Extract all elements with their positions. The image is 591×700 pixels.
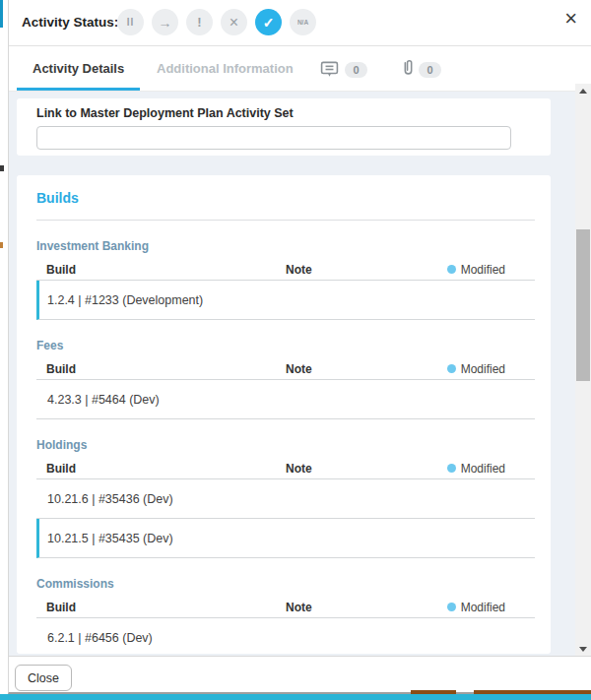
column-modified: Modified	[447, 462, 535, 476]
comment-icon[interactable]	[320, 60, 339, 79]
modal-header: Activity Status: II → ! × ✓ N/A ×	[9, 0, 591, 46]
status-complete-button[interactable]: ✓	[255, 9, 282, 35]
tab-activity-details[interactable]: Activity Details	[17, 46, 140, 91]
modified-label: Modified	[461, 263, 505, 277]
column-modified: Modified	[447, 601, 535, 614]
link-input[interactable]	[36, 126, 511, 150]
build-section: HoldingsBuildNoteModified10.21.6 | #3543…	[36, 438, 535, 558]
close-icon[interactable]: ×	[564, 8, 577, 30]
build-row[interactable]: 10.21.5 | #35435 (Dev)	[36, 519, 535, 558]
scroll-up-arrow-icon[interactable]	[575, 84, 591, 97]
build-sections: Investment BankingBuildNoteModified1.2.4…	[36, 239, 535, 654]
column-header-row: BuildNoteModified	[36, 597, 535, 618]
modified-label: Modified	[461, 462, 505, 476]
modified-label: Modified	[461, 362, 505, 376]
build-section-name: Fees	[36, 339, 535, 352]
close-button[interactable]: Close	[15, 665, 72, 691]
column-note: Note	[286, 462, 447, 476]
modified-dot-icon	[447, 265, 456, 274]
attachment-count-badge: 0	[419, 62, 441, 78]
scrollbar-thumb[interactable]	[576, 229, 590, 381]
status-cancel-button[interactable]: ×	[221, 9, 247, 35]
vertical-scrollbar[interactable]	[575, 84, 591, 656]
build-section-name: Investment Banking	[36, 239, 535, 253]
build-row-text: 6.2.1 | #6456 (Dev)	[47, 631, 153, 645]
build-row-text: 1.2.4 | #1233 (Development)	[47, 293, 203, 307]
background-page-bottom-bar	[0, 694, 591, 700]
column-modified: Modified	[447, 263, 535, 277]
modal-title: Activity Status:	[22, 15, 118, 30]
column-header-row: BuildNoteModified	[36, 458, 535, 479]
build-row-text: 4.23.3 | #5464 (Dev)	[47, 393, 160, 407]
background-artifact	[0, 242, 3, 248]
status-pause-button[interactable]: II	[117, 9, 144, 35]
builds-card: Builds Investment BankingBuildNoteModifi…	[17, 175, 551, 654]
build-section: FeesBuildNoteModified4.23.3 | #5464 (Dev…	[36, 339, 535, 419]
status-exclamation-button[interactable]: !	[186, 9, 213, 35]
column-build: Build	[36, 362, 286, 376]
comment-count-badge: 0	[345, 62, 367, 78]
modified-dot-icon	[447, 364, 456, 373]
modified-dot-icon	[447, 464, 456, 473]
divider	[36, 220, 535, 221]
build-section-name: Holdings	[36, 438, 535, 452]
build-section: CommissionsBuildNoteModified6.2.1 | #645…	[36, 577, 535, 654]
status-forward-button[interactable]: →	[152, 9, 178, 35]
activity-status-modal: Activity Status: II → ! × ✓ N/A × Activi…	[8, 0, 591, 694]
build-row-text: 10.21.6 | #35436 (Dev)	[47, 492, 173, 506]
modal-footer: Close	[9, 656, 591, 692]
column-note: Note	[286, 263, 447, 277]
tab-additional-information[interactable]: Additional Information	[141, 46, 309, 91]
column-note: Note	[286, 601, 447, 614]
build-row[interactable]: 6.2.1 | #6456 (Dev)	[36, 618, 535, 654]
column-build: Build	[36, 462, 286, 476]
modified-dot-icon	[447, 603, 456, 611]
link-field-label: Link to Master Deployment Plan Activity …	[36, 106, 531, 120]
build-row[interactable]: 4.23.3 | #5464 (Dev)	[36, 380, 535, 419]
modified-label: Modified	[461, 601, 505, 614]
attachment-icon[interactable]	[399, 58, 418, 77]
modal-scroll-area: Link to Master Deployment Plan Activity …	[9, 92, 591, 656]
column-header-row: BuildNoteModified	[36, 358, 535, 380]
column-build: Build	[36, 263, 286, 277]
status-button-group: II → ! × ✓ N/A	[117, 9, 324, 35]
build-row-text: 10.21.5 | #35435 (Dev)	[47, 532, 173, 545]
column-build: Build	[36, 601, 286, 614]
column-header-row: BuildNoteModified	[36, 259, 535, 281]
build-section-name: Commissions	[36, 577, 535, 591]
build-row[interactable]: 1.2.4 | #1233 (Development)	[36, 281, 535, 320]
build-row[interactable]: 10.21.6 | #35436 (Dev)	[36, 479, 535, 519]
build-section: Investment BankingBuildNoteModified1.2.4…	[36, 239, 535, 320]
builds-section-title: Builds	[36, 175, 535, 206]
column-note: Note	[286, 362, 447, 376]
background-page-stripe	[0, 0, 3, 28]
scroll-down-arrow-icon[interactable]	[575, 642, 591, 656]
column-modified: Modified	[447, 362, 535, 376]
status-na-button[interactable]: N/A	[290, 9, 316, 35]
tab-bar: Activity Details Additional Information …	[9, 46, 591, 92]
background-artifact	[0, 165, 4, 171]
link-card: Link to Master Deployment Plan Activity …	[17, 98, 551, 156]
